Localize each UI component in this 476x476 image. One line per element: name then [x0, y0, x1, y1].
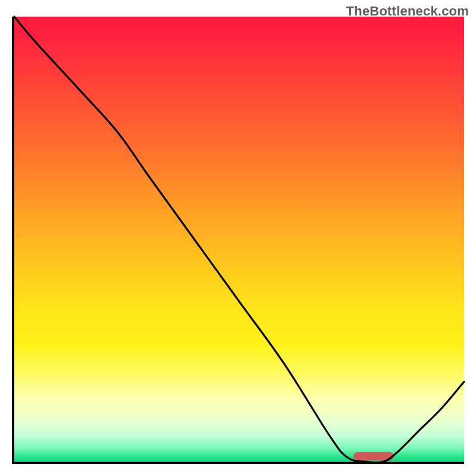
bottleneck-curve-path [14, 17, 464, 463]
chart-plot-area [12, 17, 464, 464]
bottleneck-curve [14, 17, 464, 462]
